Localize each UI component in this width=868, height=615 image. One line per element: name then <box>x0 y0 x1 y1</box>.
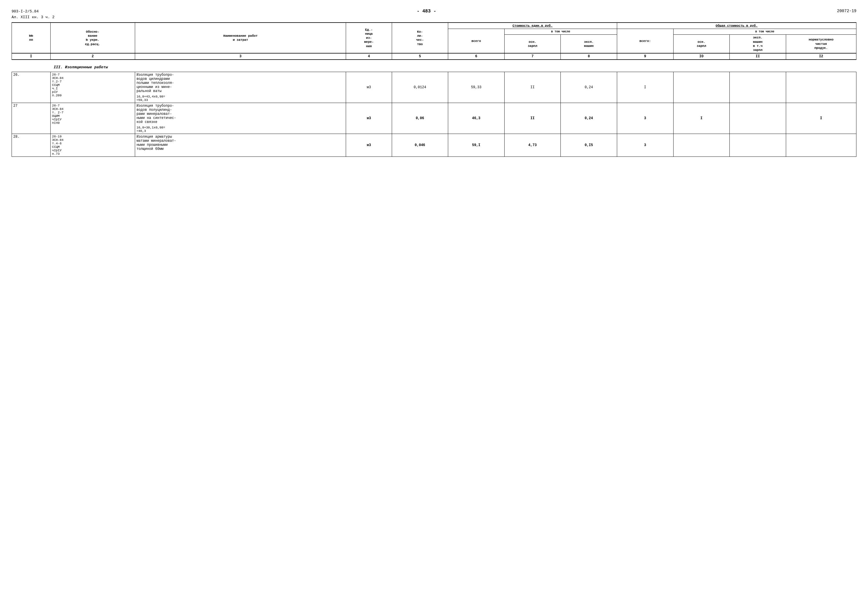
row-28-stoim-vsego: 59,I <box>448 134 504 157</box>
col-header-stoim-group: Стоимость един.в руб. <box>448 23 617 29</box>
row-28-ko: 0,046 <box>392 134 448 157</box>
idx-8: 8 <box>561 53 617 59</box>
row-27-name: Изоляция трубопро-водов полуцилинд-рами … <box>135 103 346 134</box>
row-27-ed: м3 <box>346 103 392 134</box>
idx-3: 3 <box>135 53 346 59</box>
row-28-obsh-vsego: 3 <box>617 134 673 157</box>
row-28-obsh-ekspl <box>730 134 786 157</box>
col-header-stoim-vsego: всего <box>448 29 504 53</box>
row-28-name: Изоляция арматурыматами минераловат-ными… <box>135 134 346 157</box>
row-26-ed: м3 <box>346 72 392 103</box>
row-26-name: Изоляция трубопро-водов цилиндрамиполыми… <box>135 72 346 103</box>
table-row: 26. 26-7 ЭСН-84 т.2-7 ССЦМ ч.I рIУ п.209… <box>12 72 856 103</box>
col-header-stoim-in: в том числе <box>504 29 617 35</box>
idx-6: 6 <box>448 53 504 59</box>
idx-10: IO <box>673 53 730 59</box>
col-header-normat: норматусловночистаяпродук. <box>786 35 856 53</box>
col-header-nn: №№пп <box>12 23 51 53</box>
row-26-normat <box>786 72 856 103</box>
row-26-obsh-osn <box>673 72 730 103</box>
cost-table: №№пп Обосно-вание№ укрн.ед.расц. Наимено… <box>12 22 856 157</box>
col-header-ko: Ко-ли-чес-тво <box>392 23 448 53</box>
row-26-stoim-group: II <box>504 72 561 103</box>
row-27-stoim-group: II <box>504 103 561 134</box>
row-26-obsh-ekspl <box>730 72 786 103</box>
idx-4: 4 <box>346 53 392 59</box>
row-27-ko: 0,06 <box>392 103 448 134</box>
row-28-normat <box>786 134 856 157</box>
row-26-stoim-vsego: 59,33 <box>448 72 504 103</box>
row-27-num: 27 <box>12 103 51 134</box>
table-row: 28. 26-19 ЭСН-84 т.4-6 ССЦМ чIрIУ н.73 И… <box>12 134 856 157</box>
row-27-stoim-vsego: 46,3 <box>448 103 504 134</box>
index-row: I 2 3 4 5 6 7 8 9 IO II I2 <box>12 53 856 59</box>
idx-5: 5 <box>392 53 448 59</box>
col-header-obsh-ekspl: эксп.машинв т.чзарпл <box>730 35 786 53</box>
row-26-stoim-osn: 0,24 <box>561 72 617 103</box>
doc-id-left: 903-I-2/5.84 Ал. XIII кн. 3 ч. 2 <box>12 9 55 20</box>
page-title: - 483 - <box>55 9 799 14</box>
row-26-obsh-vsego: I <box>617 72 673 103</box>
row-27-obsh-vsego: 3 <box>617 103 673 134</box>
idx-11: II <box>730 53 786 59</box>
row-28-stoim-group: 4,73 <box>504 134 561 157</box>
col-header-obsh-in: в том числе <box>673 29 856 35</box>
doc-id-right: 20072-19 <box>799 9 856 13</box>
section-label: III. Изоляционные работы <box>12 59 856 72</box>
col-header-stoim-osn: осн.зарпл <box>504 35 561 53</box>
idx-2: 2 <box>50 53 135 59</box>
idx-1: I <box>12 53 51 59</box>
col-header-name: Наименование работи затрат <box>135 23 346 53</box>
idx-12: I2 <box>786 53 856 59</box>
header-row-1: №№пп Обосно-вание№ укрн.ед.расц. Наимено… <box>12 23 856 29</box>
row-27-obosn: 26-7 ЭСН-84 т. 2-7 ОЦИМ чIрIУ пI49 <box>50 103 135 134</box>
row-28-ed: м3 <box>346 134 392 157</box>
row-28-obosn: 26-19 ЭСН-84 т.4-6 ССЦМ чIрIУ н.73 <box>50 134 135 157</box>
col-header-obsh-vsego: всего: <box>617 29 673 53</box>
table-row: 27 26-7 ЭСН-84 т. 2-7 ОЦИМ чIрIУ пI49 Из… <box>12 103 856 134</box>
row-28-obsh-osn <box>673 134 730 157</box>
col-header-obsh-group: Общая стоимость в руб. <box>617 23 856 29</box>
idx-7: 7 <box>504 53 561 59</box>
row-26-obosn: 26-7 ЭСН-84 т.2-7 ССЦМ ч.I рIУ п.209 <box>50 72 135 103</box>
row-26-ko: 0,0124 <box>392 72 448 103</box>
col-header-stoim-ekspl: эксп.машин <box>561 35 617 53</box>
col-header-obosn: Обосно-вание№ укрн.ед.расц. <box>50 23 135 53</box>
row-28-num: 28. <box>12 134 51 157</box>
row-27-stoim-osn: 0,24 <box>561 103 617 134</box>
row-27-normat: I <box>786 103 856 134</box>
page-header: 903-I-2/5.84 Ал. XIII кн. 3 ч. 2 - 483 -… <box>12 9 856 20</box>
section-header-row: III. Изоляционные работы <box>12 59 856 72</box>
row-26-num: 26. <box>12 72 51 103</box>
idx-9: 9 <box>617 53 673 59</box>
row-27-obsh-ekspl <box>730 103 786 134</box>
row-27-obsh-osn: I <box>673 103 730 134</box>
main-table-wrapper: №№пп Обосно-вание№ укрн.ед.расц. Наимено… <box>12 22 856 157</box>
col-header-ed: Ед.-ницаиз-мере-ния <box>346 23 392 53</box>
col-header-obsh-osn: осн.зарпл <box>673 35 730 53</box>
row-28-stoim-osn: 0,I5 <box>561 134 617 157</box>
